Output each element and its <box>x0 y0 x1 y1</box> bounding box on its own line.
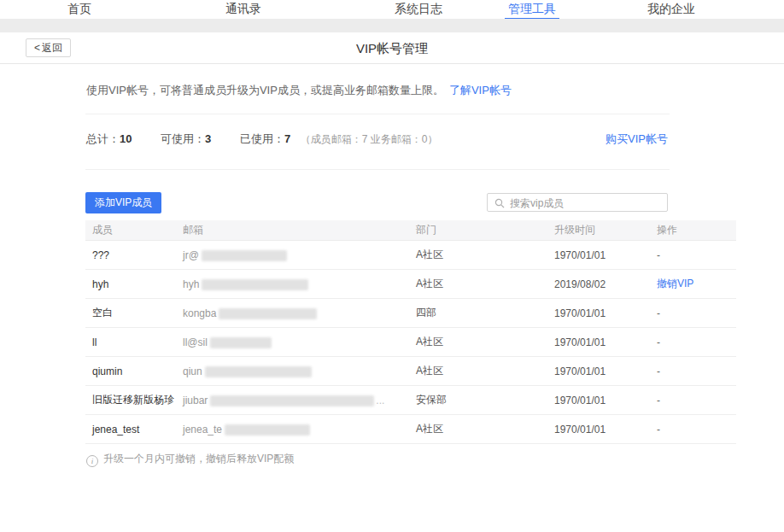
upgrade-time: 1970/01/01 <box>547 299 650 328</box>
nav-item-home[interactable]: 首页 <box>67 2 91 15</box>
buy-vip-link[interactable]: 购买VIP帐号 <box>606 131 668 148</box>
table-row: 旧版迁移新版杨珍jiubar...安保部1970/01/01- <box>85 386 736 415</box>
nav-item-my-enterprise[interactable]: 我的企业 <box>647 2 695 15</box>
member-department: A社区 <box>409 357 547 386</box>
table-row: 空白kongba四部1970/01/01- <box>85 299 736 328</box>
redacted-email-blur <box>202 279 308 290</box>
info-icon: i <box>86 455 98 467</box>
table-body: ???jr@A社区1970/01/01-hyhhyhA社区2019/08/02撤… <box>85 241 736 444</box>
member-name: 空白 <box>85 299 176 328</box>
stat-total: 总计：10 <box>86 131 132 148</box>
action-none: - <box>657 249 660 261</box>
stats-row: 总计：10 可使用：3 已使用：7 （成员邮箱：7 业务邮箱：0） <box>86 131 438 148</box>
stat-used: 已使用：7 <box>240 131 290 148</box>
action-cell: - <box>650 386 736 415</box>
member-department: A社区 <box>409 415 547 444</box>
upgrade-time: 1970/01/01 <box>547 386 650 415</box>
member-department: A社区 <box>409 270 547 299</box>
member-email: jenea_te <box>176 415 409 444</box>
upgrade-time: 2019/08/02 <box>547 270 650 299</box>
divider <box>85 114 670 114</box>
upgrade-time: 1970/01/01 <box>547 357 650 386</box>
action-cell: - <box>650 299 736 328</box>
table-row: ???jr@A社区1970/01/01- <box>85 241 736 270</box>
page-title: VIP帐号管理 <box>0 41 784 57</box>
upgrade-time: 1970/01/01 <box>547 415 650 444</box>
action-cell: - <box>650 328 736 357</box>
main-content: 使用VIP帐号，可将普通成员升级为VIP成员，或提高业务邮箱数量上限。了解VIP… <box>85 64 668 508</box>
add-vip-member-button[interactable]: 添加VIP成员 <box>85 192 161 213</box>
member-email: qiun <box>176 357 409 386</box>
redacted-email-blur <box>225 424 310 436</box>
footer-note-text: 升级一个月内可撤销，撤销后释放VIP配额 <box>103 453 294 465</box>
upgrade-time: 1970/01/01 <box>547 241 650 270</box>
footer-note: i升级一个月内可撤销，撤销后释放VIP配额 <box>86 453 294 467</box>
top-nav: 首页通讯录系统日志管理工具我的企业 <box>0 0 784 19</box>
stat-available: 可使用：3 <box>161 131 211 148</box>
table-row: jenea_testjenea_teA社区1970/01/01- <box>85 415 736 444</box>
column-header-2: 部门 <box>409 220 547 241</box>
intro-text: 使用VIP帐号，可将普通成员升级为VIP成员，或提高业务邮箱数量上限。了解VIP… <box>86 83 512 97</box>
table-row: hyhhyhA社区2019/08/02撤销VIP <box>85 270 736 299</box>
vip-members-table: 成员邮箱部门升级时间操作 ???jr@A社区1970/01/01-hyhhyhA… <box>85 220 736 444</box>
column-header-1: 邮箱 <box>176 220 409 241</box>
nav-item-system-log[interactable]: 系统日志 <box>395 2 442 15</box>
member-email: jiubar... <box>176 386 409 415</box>
member-department: A社区 <box>409 241 547 270</box>
action-none: - <box>657 307 660 319</box>
table-header-row: 成员邮箱部门升级时间操作 <box>85 220 736 241</box>
member-name: jenea_test <box>85 415 176 444</box>
nav-item-contacts[interactable]: 通讯录 <box>225 2 261 15</box>
table-row: qiuminqiunA社区1970/01/01- <box>85 357 736 386</box>
member-name: qiumin <box>85 357 176 386</box>
member-department: A社区 <box>409 328 547 357</box>
upgrade-time: 1970/01/01 <box>547 328 650 357</box>
action-cell: - <box>650 241 736 270</box>
member-name: hyh <box>85 270 176 299</box>
divider <box>85 169 670 170</box>
redacted-email-blur <box>210 395 374 406</box>
search-box <box>487 193 668 212</box>
member-email: hyh <box>176 270 409 299</box>
search-icon <box>494 198 505 208</box>
column-header-0: 成员 <box>85 220 176 241</box>
page-header: <返回 VIP帐号管理 <box>0 32 784 64</box>
column-header-3: 升级时间 <box>547 220 650 241</box>
redacted-email-blur <box>219 308 317 319</box>
action-cell: - <box>650 357 736 386</box>
redacted-email-blur <box>202 250 287 261</box>
member-email: ll@sil <box>176 328 409 357</box>
redacted-email-blur <box>210 337 272 348</box>
search-input[interactable] <box>508 195 665 212</box>
member-name: ??? <box>85 241 176 270</box>
nav-bottom-strip <box>0 19 784 32</box>
intro-description: 使用VIP帐号，可将普通成员升级为VIP成员，或提高业务邮箱数量上限。 <box>86 84 444 96</box>
action-none: - <box>657 365 660 377</box>
action-cell: - <box>650 415 736 444</box>
action-cell: 撤销VIP <box>650 270 736 299</box>
action-none: - <box>657 395 660 406</box>
nav-item-admin-tools[interactable]: 管理工具 <box>508 2 556 15</box>
table-row: llll@silA社区1970/01/01- <box>85 328 736 357</box>
revoke-vip-link[interactable]: 撤销VIP <box>657 278 693 289</box>
redacted-email-blur <box>205 366 312 377</box>
member-email: kongba <box>176 299 409 328</box>
action-none: - <box>657 336 660 348</box>
member-name: ll <box>85 328 176 357</box>
stat-used-detail: （成员邮箱：7 业务邮箱：0） <box>301 133 438 145</box>
member-email: jr@ <box>176 241 409 270</box>
learn-vip-link[interactable]: 了解VIP帐号 <box>449 84 512 96</box>
column-header-4: 操作 <box>650 220 736 241</box>
action-none: - <box>657 424 660 436</box>
member-department: 四部 <box>409 299 547 328</box>
member-department: 安保部 <box>409 386 547 415</box>
member-name: 旧版迁移新版杨珍 <box>85 386 176 415</box>
